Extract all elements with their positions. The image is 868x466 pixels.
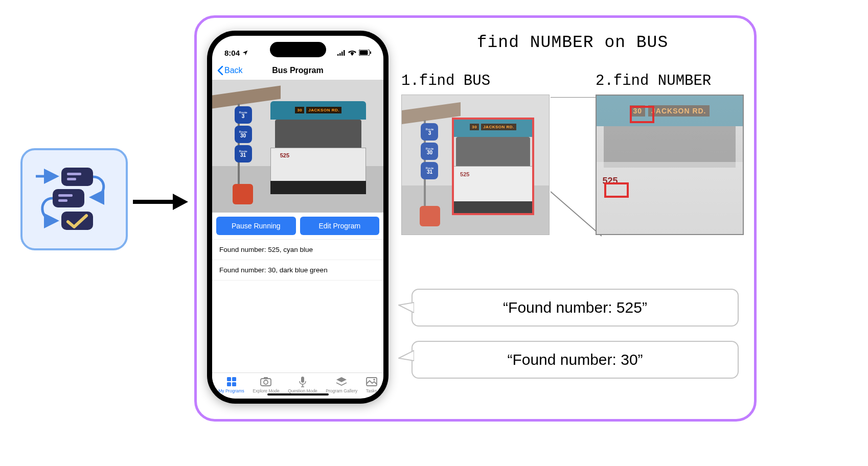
result-row: Found number: 30, dark blue green (212, 260, 383, 281)
result-row: Found number: 525, cyan blue (212, 240, 383, 260)
svg-rect-8 (337, 54, 339, 56)
bus-led-dest: JACKSON RD. (306, 107, 341, 113)
tab-tasks[interactable]: Tasks (366, 376, 377, 393)
tab-bar: My Programs Explore Mode Question Mode P… (212, 372, 383, 393)
speech-bubble: “Found number: 525” (412, 289, 739, 327)
svg-rect-22 (301, 377, 304, 383)
bus-body-number: 525 (280, 152, 289, 158)
pipeline-area: find NUMBER on BUS 1.find BUS Route3 Rou… (401, 33, 744, 235)
svg-rect-15 (227, 377, 231, 381)
bubble-text: “Found number: 525” (503, 299, 647, 316)
detection-box-number-30 (630, 106, 654, 123)
detection-box-number-525 (604, 182, 629, 198)
bubble-tail-icon (396, 300, 414, 315)
main-panel: 8:04 Back Bus Program (194, 15, 757, 422)
step-1: 1.find BUS Route3 Route30 Route31 30JACK… (401, 73, 550, 235)
image-icon (366, 376, 377, 387)
svg-point-20 (264, 380, 268, 384)
svg-rect-0 (61, 168, 93, 186)
tab-label: Explore Mode (253, 388, 279, 393)
action-row: Pause Running Edit Program (212, 213, 383, 239)
status-time: 8:04 (224, 49, 240, 57)
svg-rect-17 (227, 382, 231, 386)
rule-text: find NUMBER on BUS (401, 33, 744, 52)
route-sign: Route31 (235, 145, 252, 162)
route-sign: Route30 (235, 126, 252, 143)
step-2-label: 2.find NUMBER (596, 73, 744, 89)
program-block-icon (20, 148, 128, 250)
nav-title: Bus Program (272, 66, 323, 75)
home-indicator (267, 393, 329, 395)
svg-rect-2 (67, 178, 76, 180)
route-sign: Route3 (235, 106, 252, 124)
svg-rect-3 (53, 189, 84, 207)
svg-rect-4 (58, 194, 73, 197)
camera-icon (260, 376, 271, 387)
svg-rect-6 (61, 212, 93, 230)
tab-label: Program Gallery (326, 388, 357, 393)
location-icon (242, 50, 248, 56)
step-2: 2.find NUMBER 30JACKSON RD. 525 (596, 73, 744, 235)
tab-question-mode[interactable]: Question Mode (288, 376, 317, 393)
layers-icon (336, 376, 347, 387)
nav-bar: Back Bus Program (212, 61, 383, 80)
svg-rect-14 (370, 52, 371, 54)
speech-area: “Found number: 525” “Found number: 30” (412, 289, 739, 393)
svg-point-24 (373, 379, 375, 381)
phone-mockup: 8:04 Back Bus Program (207, 31, 389, 404)
detection-box-bus (452, 118, 534, 215)
tab-explore-mode[interactable]: Explore Mode (253, 376, 279, 393)
bubble-tail-icon (396, 348, 414, 363)
svg-rect-18 (232, 382, 236, 386)
svg-rect-9 (339, 53, 341, 56)
svg-rect-1 (67, 173, 81, 175)
tab-program-gallery[interactable]: Program Gallery (326, 376, 357, 393)
step-1-label: 1.find BUS (401, 73, 550, 89)
grid-icon (226, 376, 237, 387)
tab-label: My Programs (218, 388, 244, 393)
bus-illustration: 30JACKSON RD. 525 (270, 101, 367, 194)
svg-rect-13 (360, 51, 368, 55)
result-list: Found number: 525, cyan blue Found numbe… (212, 239, 383, 281)
bus-led-number: 30 (295, 107, 304, 113)
tab-label: Question Mode (288, 388, 317, 393)
svg-line-26 (551, 192, 602, 236)
signal-icon (337, 50, 346, 56)
tab-my-programs[interactable]: My Programs (218, 376, 244, 393)
back-label: Back (224, 66, 243, 75)
svg-rect-19 (261, 379, 271, 386)
chevron-left-icon (217, 66, 223, 75)
zoom-lines (551, 97, 602, 240)
step-1-image: Route3 Route30 Route31 30JACKSON RD. 525 (401, 95, 550, 235)
dynamic-island (270, 42, 326, 57)
svg-rect-16 (232, 377, 236, 381)
edit-button[interactable]: Edit Program (300, 217, 380, 235)
svg-rect-21 (264, 377, 268, 379)
step-2-image: 30JACKSON RD. 525 (596, 95, 744, 235)
back-button[interactable]: Back (217, 66, 243, 75)
svg-rect-5 (58, 199, 67, 202)
pause-button[interactable]: Pause Running (216, 217, 296, 235)
camera-preview: Route3 Route30 Route31 30JACKSON RD. 525 (212, 80, 383, 213)
battery-icon (359, 50, 371, 56)
speech-bubble: “Found number: 30” (412, 341, 739, 379)
svg-rect-10 (341, 52, 343, 56)
arrow-icon (133, 192, 189, 212)
svg-rect-11 (344, 50, 345, 56)
mic-icon (297, 376, 308, 387)
tab-label: Tasks (366, 388, 377, 393)
bubble-text: “Found number: 30” (507, 351, 643, 368)
wifi-icon (348, 50, 356, 56)
